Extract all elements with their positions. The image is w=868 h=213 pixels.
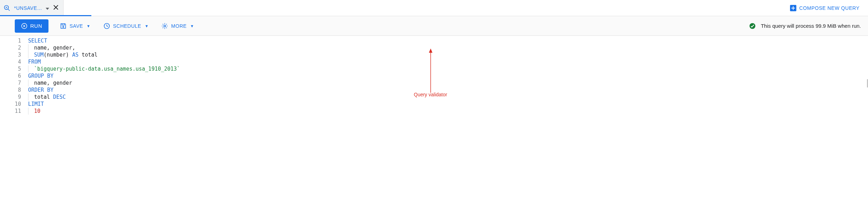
line-number: 1	[0, 37, 21, 44]
more-label: MORE	[171, 23, 187, 29]
clock-icon	[103, 22, 110, 30]
code-line[interactable]: GROUP BY	[28, 72, 868, 79]
tabs-wrap: *UNSAVE…	[0, 0, 64, 16]
code-token: total	[78, 51, 97, 58]
run-button[interactable]: RUN	[15, 19, 48, 33]
code-token: SUM	[34, 51, 44, 58]
code-line[interactable]: SUM(number) AS total	[28, 51, 868, 58]
code-line[interactable]: name, gender	[28, 79, 868, 86]
save-button[interactable]: SAVE ▼	[58, 20, 92, 32]
line-number: 2	[0, 44, 21, 51]
svg-point-5	[164, 25, 166, 27]
line-number: 10	[0, 101, 21, 108]
save-icon	[60, 22, 67, 30]
tab-dropdown-icon[interactable]	[46, 5, 49, 11]
play-icon	[21, 23, 27, 29]
code-line[interactable]: total DESC	[28, 93, 868, 101]
line-number: 9	[0, 93, 21, 101]
chevron-down-icon: ▼	[145, 24, 149, 28]
code-token: GROUP BY	[28, 72, 53, 79]
line-gutter: 1234567891011	[0, 37, 28, 115]
close-icon[interactable]	[53, 4, 58, 12]
indent-guide	[28, 51, 28, 58]
indent-guide	[28, 44, 28, 51]
code-token: AS	[72, 51, 78, 58]
line-number: 11	[0, 108, 21, 115]
code-area[interactable]: SELECTname, gender,SUM(number) AS totalF…	[28, 37, 868, 115]
save-label: SAVE	[70, 23, 83, 29]
line-number: 5	[0, 65, 21, 72]
tab-title: *UNSAVE…	[14, 5, 42, 11]
query-toolbar: RUN SAVE ▼ SCHEDULE ▼ MORE ▼ This query …	[0, 16, 868, 36]
query-magnify-icon	[4, 5, 11, 12]
code-token: `bigquery-public-data.usa_names.usa_1910…	[34, 65, 180, 72]
line-number: 6	[0, 72, 21, 79]
more-button[interactable]: MORE ▼	[160, 20, 195, 32]
run-label: RUN	[30, 23, 42, 29]
code-token: name, gender,	[34, 44, 75, 51]
chevron-down-icon: ▼	[86, 24, 90, 28]
code-token: FROM	[28, 58, 41, 65]
line-number: 4	[0, 58, 21, 65]
code-token: 10	[34, 108, 40, 115]
indent-guide	[28, 93, 28, 101]
line-number: 3	[0, 51, 21, 58]
query-status: This query will process 99.9 MiB when ru…	[749, 22, 861, 30]
status-text: This query will process 99.9 MiB when ru…	[761, 23, 861, 29]
code-line[interactable]: 10	[28, 108, 868, 115]
chevron-down-icon: ▼	[190, 24, 194, 28]
indent-guide	[28, 108, 28, 115]
code-token: name, gender	[34, 79, 72, 86]
compose-label: COMPOSE NEW QUERY	[799, 5, 860, 11]
gear-icon	[161, 22, 168, 30]
indent-guide	[28, 65, 28, 72]
schedule-button[interactable]: SCHEDULE ▼	[102, 20, 150, 32]
code-line[interactable]: LIMIT	[28, 101, 868, 108]
line-number: 7	[0, 79, 21, 86]
code-line[interactable]: name, gender,	[28, 44, 868, 51]
code-line[interactable]: ORDER BY	[28, 86, 868, 93]
sql-editor[interactable]: 1234567891011 SELECTname, gender,SUM(num…	[0, 36, 868, 115]
editor-tab[interactable]: *UNSAVE…	[0, 0, 64, 16]
plus-icon	[790, 5, 796, 11]
code-token: SELECT	[28, 37, 47, 44]
indent-guide	[28, 79, 28, 86]
line-number: 8	[0, 86, 21, 93]
svg-line-1	[8, 9, 10, 11]
code-line[interactable]: `bigquery-public-data.usa_names.usa_1910…	[28, 65, 868, 72]
tabs-bar: *UNSAVE… COMPOSE NEW QUERY	[0, 0, 868, 16]
code-token: ORDER BY	[28, 86, 53, 93]
code-token: total	[34, 93, 53, 101]
code-line[interactable]: FROM	[28, 58, 868, 65]
code-token: DESC	[53, 93, 66, 101]
check-circle-icon	[749, 22, 756, 30]
compose-new-query-button[interactable]: COMPOSE NEW QUERY	[786, 2, 864, 14]
schedule-label: SCHEDULE	[113, 23, 141, 29]
code-token: LIMIT	[28, 101, 44, 108]
code-token: (number)	[44, 51, 72, 58]
code-line[interactable]: SELECT	[28, 37, 868, 44]
